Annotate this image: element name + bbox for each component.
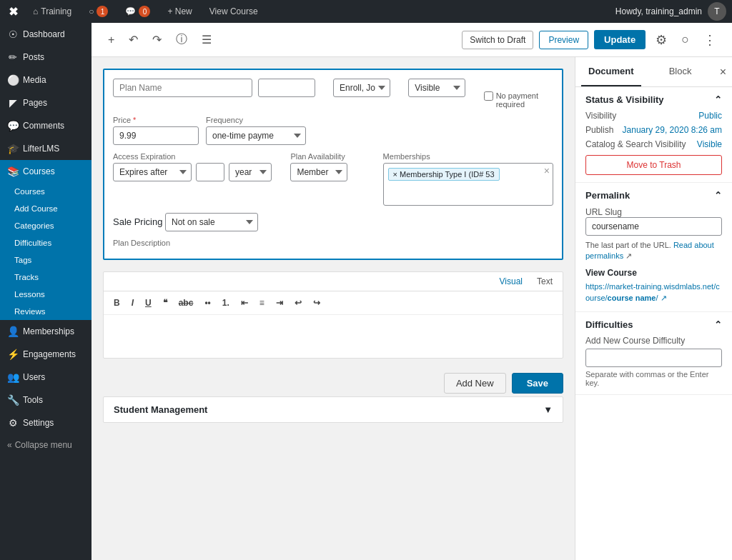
submenu-reviews[interactable]: Reviews xyxy=(0,303,92,320)
sidebar-item-engagements[interactable]: ⚡Engagements xyxy=(0,343,92,366)
catalog-value[interactable]: Visible xyxy=(697,139,722,149)
url-slug-input[interactable] xyxy=(585,217,722,236)
expires-unit-select[interactable]: year month day xyxy=(229,163,272,181)
status-visibility-header[interactable]: Status & Visibility ⌃ xyxy=(585,94,722,105)
submenu-lessons[interactable]: Lessons xyxy=(0,286,92,303)
align-left-button[interactable]: ⇤ xyxy=(237,296,252,310)
sidebar-item-dashboard[interactable]: ☉Dashboard xyxy=(0,23,92,46)
howdy-text: Howdy, training_admin xyxy=(615,6,702,16)
sidebar-item-memberships[interactable]: 👤Memberships xyxy=(0,320,92,343)
adminbar-comments[interactable]: 💬 0 xyxy=(121,6,154,17)
editor-tools-button[interactable]: ○ xyxy=(677,29,693,50)
no-payment-checkbox[interactable] xyxy=(484,91,493,101)
collapse-arrow-icon: « xyxy=(7,440,12,450)
difficulties-header[interactable]: Difficulties ⌃ xyxy=(585,319,722,330)
save-plan-button[interactable]: Save xyxy=(512,373,563,394)
switch-to-draft-button[interactable]: Switch to Draft xyxy=(462,31,533,49)
document-tab[interactable]: Document xyxy=(581,57,641,86)
visual-tab[interactable]: Visual xyxy=(495,275,527,288)
settings-icon: ⚙ xyxy=(7,417,19,429)
difficulty-input[interactable] xyxy=(585,349,722,367)
memberships-field-label: Memberships xyxy=(383,152,553,161)
plan-enroll-select[interactable]: Enroll, Join xyxy=(333,79,390,97)
block-tab[interactable]: Block xyxy=(662,57,699,86)
list-view-button[interactable]: ☰ xyxy=(197,29,217,50)
sidebar-item-media[interactable]: ⚪Media xyxy=(0,69,92,91)
sidebar-item-tools[interactable]: 🔧Tools xyxy=(0,389,92,411)
sidebar-item-posts[interactable]: ✏Posts xyxy=(0,46,92,69)
sidebar-item-lifterlms[interactable]: 🎓LifterLMS xyxy=(0,137,92,160)
sidebar-item-comments[interactable]: 💬Comments xyxy=(0,114,92,137)
lifterlms-icon: 🎓 xyxy=(7,143,19,154)
visibility-value[interactable]: Public xyxy=(698,111,722,121)
adminbar-new[interactable]: + New xyxy=(163,6,196,16)
sidebar-item-settings[interactable]: ⚙Settings xyxy=(0,411,92,434)
align-center-button[interactable]: ≡ xyxy=(255,296,269,310)
view-course-link[interactable]: https://market-training.wisdmlabs.net/co… xyxy=(585,282,720,302)
italic-button[interactable]: I xyxy=(127,296,138,310)
collapse-menu[interactable]: « Collapse menu xyxy=(0,434,92,456)
sale-pricing-select[interactable]: Not on sale On sale xyxy=(165,213,258,231)
memberships-select-box[interactable]: × × Membership Type I (ID# 53 xyxy=(383,163,553,206)
submenu-tags[interactable]: Tags xyxy=(0,251,92,269)
comments-icon: 💬 xyxy=(7,120,19,131)
redo-editor-button[interactable]: ↪ xyxy=(309,296,325,310)
close-sidebar-button[interactable]: × xyxy=(720,66,726,79)
plan-description-content[interactable] xyxy=(104,315,563,358)
adminbar-view-course[interactable]: View Course xyxy=(205,6,262,16)
status-visibility-label: Status & Visibility xyxy=(585,94,664,105)
submenu-categories[interactable]: Categories xyxy=(0,217,92,234)
wordpress-logo[interactable]: ✖ xyxy=(6,4,20,19)
quote-button[interactable]: ❝ xyxy=(159,296,172,310)
student-management-chevron-icon: ▼ xyxy=(543,404,553,415)
move-to-trash-button[interactable]: Move to Trash xyxy=(585,155,722,175)
sidebar-item-courses[interactable]: 📚Courses Courses Add Course Categories D… xyxy=(0,160,92,320)
submenu-add-course[interactable]: Add Course xyxy=(0,200,92,217)
student-management-header[interactable]: Student Management ▼ xyxy=(104,397,563,422)
editor-more-button[interactable]: ⋮ xyxy=(699,29,721,51)
adminbar-site[interactable]: ⌂ Training xyxy=(29,6,76,16)
info-button[interactable]: ⓘ xyxy=(171,29,192,51)
bold-button[interactable]: B xyxy=(109,296,124,310)
underline-button[interactable]: U xyxy=(141,296,156,310)
unordered-list-button[interactable]: •• xyxy=(200,296,214,310)
undo-button[interactable]: ↶ xyxy=(124,29,143,50)
add-new-button[interactable]: Add New xyxy=(444,373,506,394)
plan-visibility-select[interactable]: Visible Hidden xyxy=(408,79,465,97)
submenu-difficulties[interactable]: Difficulties xyxy=(0,234,92,251)
expires-after-select[interactable]: Expires after xyxy=(113,163,192,181)
ordered-list-button[interactable]: 1. xyxy=(218,296,234,310)
frequency-select[interactable]: one-time payme monthly yearly xyxy=(206,126,306,145)
plan-availability-select[interactable]: Member Everyone xyxy=(290,163,347,181)
view-course-label: View Course xyxy=(585,268,722,278)
undo-editor-button[interactable]: ↩ xyxy=(290,296,306,310)
submenu-courses[interactable]: Courses xyxy=(0,183,92,200)
editor-settings-button[interactable]: ⚙ xyxy=(651,29,671,51)
sidebar-item-pages[interactable]: ◤Pages xyxy=(0,91,92,114)
difficulties-hint: Separate with commas or the Enter key. xyxy=(585,370,722,387)
submenu-tracks[interactable]: Tracks xyxy=(0,269,92,286)
external-link2-icon: ↗ xyxy=(661,294,667,302)
align-right-button[interactable]: ⇥ xyxy=(272,296,287,310)
sidebar-item-users[interactable]: 👥Users xyxy=(0,366,92,389)
external-link-icon: ↗ xyxy=(625,251,632,260)
admin-avatar[interactable]: T xyxy=(708,2,726,21)
price-input[interactable] xyxy=(113,126,199,145)
update-button[interactable]: Update xyxy=(594,30,646,49)
permalink-header[interactable]: Permalink ⌃ xyxy=(585,190,722,201)
publish-date[interactable]: January 29, 2020 8:26 am xyxy=(623,125,722,135)
tools-icon: 🔧 xyxy=(7,394,19,406)
strikethrough-button[interactable]: abc xyxy=(174,296,198,310)
redo-button[interactable]: ↷ xyxy=(147,29,167,50)
add-block-button[interactable]: + xyxy=(103,30,119,50)
plan-enroll-join-input[interactable] xyxy=(258,79,315,97)
expires-number-input[interactable] xyxy=(196,163,224,181)
preview-button[interactable]: Preview xyxy=(539,31,588,49)
text-tab[interactable]: Text xyxy=(533,275,557,288)
adminbar-updates[interactable]: ○ 1 xyxy=(84,6,112,17)
courses-icon: 📚 xyxy=(7,166,19,177)
membership-tag[interactable]: × Membership Type I (ID# 53 xyxy=(388,168,500,181)
sidebar: ☉Dashboard ✏Posts ⚪Media ◤Pages 💬Comment… xyxy=(0,23,92,560)
membership-close-button[interactable]: × xyxy=(544,165,550,176)
plan-name-input[interactable] xyxy=(113,79,252,97)
